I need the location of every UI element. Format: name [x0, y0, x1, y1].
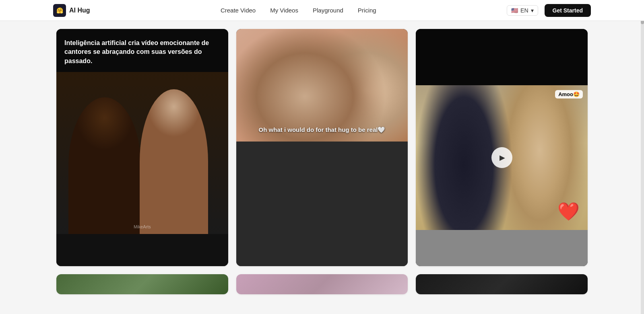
- play-button[interactable]: [491, 147, 512, 168]
- language-selector[interactable]: 🇺🇸 EN ▾: [507, 5, 538, 16]
- navbar: 🤗 AI Hug Create Video My Videos Playgrou…: [0, 0, 644, 21]
- figure-right: [140, 89, 208, 234]
- card1-media: Inteligência artificial cria vídeo emoci…: [56, 29, 228, 266]
- chevron-down-icon: ▾: [531, 7, 534, 14]
- card3-photo-inner: Amoo🤩 ❤️: [416, 85, 588, 230]
- partial-card-3[interactable]: [416, 274, 588, 294]
- card2-bottom-dark: [236, 142, 408, 266]
- partial-card-1[interactable]: [56, 274, 228, 294]
- get-started-button[interactable]: Get Started: [545, 4, 591, 17]
- video-card-3[interactable]: Amoo🤩 ❤️: [416, 29, 588, 266]
- card1-title: Inteligência artificial cria vídeo emoci…: [64, 39, 220, 66]
- partial-card-1-media: [56, 274, 228, 294]
- card1-figures: MikeArts: [56, 72, 228, 234]
- amoo-badge: Amoo🤩: [555, 90, 583, 99]
- card1-watermark: MikeArts: [134, 224, 151, 229]
- nav-link-my-videos[interactable]: My Videos: [270, 7, 298, 14]
- nav-link-playground[interactable]: Playground: [313, 7, 343, 14]
- nav-link-pricing[interactable]: Pricing: [358, 7, 376, 14]
- lang-label: EN: [520, 7, 528, 14]
- logo-icon: 🤗: [53, 4, 66, 17]
- video-card-1[interactable]: Inteligência artificial cria vídeo emoci…: [56, 29, 228, 266]
- main-content: Inteligência artificial cria vídeo emoci…: [40, 21, 604, 302]
- nav-right: 🇺🇸 EN ▾ Get Started: [507, 4, 591, 17]
- nav-link-create-video[interactable]: Create Video: [221, 7, 256, 14]
- heart-icon: ❤️: [557, 201, 580, 222]
- nav-links: Create Video My Videos Playground Pricin…: [221, 7, 376, 14]
- card2-media: Oh what i would do for that hug to be re…: [236, 29, 408, 266]
- card1-bottom: [56, 234, 228, 266]
- partial-card-2-media: [236, 274, 408, 294]
- card3-top-black: [416, 29, 588, 85]
- video-card-2[interactable]: Oh what i would do for that hug to be re…: [236, 29, 408, 266]
- card1-top: Inteligência artificial cria vídeo emoci…: [56, 29, 228, 72]
- card3-photo: Amoo🤩 ❤️: [416, 85, 588, 230]
- figure-left: [68, 97, 141, 234]
- logo-text: AI Hug: [69, 7, 90, 14]
- card2-overlay-text: Oh what i would do for that hug to be re…: [259, 126, 386, 133]
- card1-image: MikeArts: [56, 72, 228, 234]
- card3-media: Amoo🤩 ❤️: [416, 29, 588, 266]
- flag-icon: 🇺🇸: [511, 7, 518, 14]
- logo-area[interactable]: 🤗 AI Hug: [53, 4, 90, 17]
- partial-card-2[interactable]: [236, 274, 408, 294]
- card2-top-photo: Oh what i would do for that hug to be re…: [236, 29, 408, 142]
- card3-bottom-gray: [416, 230, 588, 266]
- scrollbar[interactable]: [641, 0, 644, 314]
- partial-card-3-media: [416, 274, 588, 294]
